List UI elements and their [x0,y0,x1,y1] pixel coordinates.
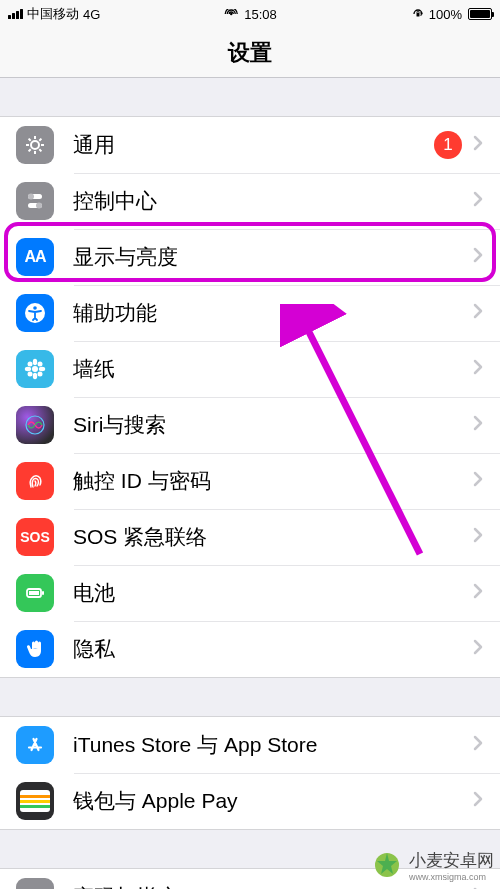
row-label: 隐私 [73,635,472,663]
flower-icon [16,350,54,388]
settings-scroll[interactable]: 通用1控制中心AA显示与亮度辅助功能墙纸Siri与搜索触控 ID 与密码SOSS… [0,78,500,889]
accessibility-icon [16,294,54,332]
battery-icon [466,8,492,20]
key-icon [16,878,54,889]
row-general[interactable]: 通用1 [0,116,500,173]
row-accessibility[interactable]: 辅助功能 [0,285,500,341]
chevron-right-icon [472,358,484,380]
gear-icon [16,126,54,164]
chevron-right-icon [472,414,484,436]
chevron-right-icon [472,190,484,212]
chevron-right-icon [472,526,484,548]
chevron-right-icon [472,638,484,660]
battery-pct-label: 100% [429,7,462,22]
status-bar: 中国移动 4G 15:08 100% [0,0,500,28]
svg-point-0 [230,13,232,15]
signal-icon [8,9,23,19]
status-left: 中国移动 4G [8,5,100,23]
row-display[interactable]: AA显示与亮度 [0,229,500,285]
row-control-center[interactable]: 控制中心 [0,173,500,229]
row-label: 电池 [73,579,472,607]
row-label: 墙纸 [73,355,472,383]
row-label: Siri与搜索 [73,411,472,439]
chevron-right-icon [472,470,484,492]
orientation-lock-icon [411,7,425,21]
row-touchid[interactable]: 触控 ID 与密码 [0,453,500,509]
row-label: 控制中心 [73,187,472,215]
watermark-url: www.xmsigma.com [409,872,494,882]
row-label: 钱包与 Apple Pay [73,787,472,815]
status-right: 100% [411,7,492,22]
row-label: 密码与帐户 [73,883,472,889]
chevron-right-icon [472,790,484,812]
hotspot-icon [223,9,239,19]
chevron-right-icon [472,246,484,268]
row-label: 通用 [73,131,434,159]
fingerprint-icon [16,462,54,500]
watermark-logo-icon [369,847,405,883]
svg-rect-1 [416,13,419,17]
network-label: 4G [83,7,100,22]
carrier-label: 中国移动 [27,5,79,23]
chevron-right-icon [472,134,484,156]
notification-badge: 1 [434,131,462,159]
page-title: 设置 [228,38,272,68]
row-itunes[interactable]: iTunes Store 与 App Store [0,716,500,773]
row-privacy[interactable]: 隐私 [0,621,500,678]
wallet-icon [16,782,54,820]
time-label: 15:08 [244,7,277,22]
text-size-icon: AA [16,238,54,276]
row-battery[interactable]: 电池 [0,565,500,621]
chevron-right-icon [472,582,484,604]
sos-icon: SOS [16,518,54,556]
battery-icon [16,574,54,612]
toggles-icon [16,182,54,220]
row-label: iTunes Store 与 App Store [73,731,472,759]
hand-icon [16,630,54,668]
row-label: 触控 ID 与密码 [73,467,472,495]
watermark-text-wrap: 小麦安卓网 www.xmsigma.com [409,849,494,882]
watermark-text: 小麦安卓网 [409,849,494,872]
nav-header: 设置 [0,28,500,78]
siri-icon [16,406,54,444]
watermark: 小麦安卓网 www.xmsigma.com [369,847,494,883]
row-wallpaper[interactable]: 墙纸 [0,341,500,397]
row-label: SOS 紧急联络 [73,523,472,551]
chevron-right-icon [472,302,484,324]
row-label: 辅助功能 [73,299,472,327]
row-label: 显示与亮度 [73,243,472,271]
row-wallet[interactable]: 钱包与 Apple Pay [0,773,500,830]
row-sos[interactable]: SOSSOS 紧急联络 [0,509,500,565]
status-center: 15:08 [223,7,277,22]
appstore-icon [16,726,54,764]
chevron-right-icon [472,734,484,756]
row-siri[interactable]: Siri与搜索 [0,397,500,453]
